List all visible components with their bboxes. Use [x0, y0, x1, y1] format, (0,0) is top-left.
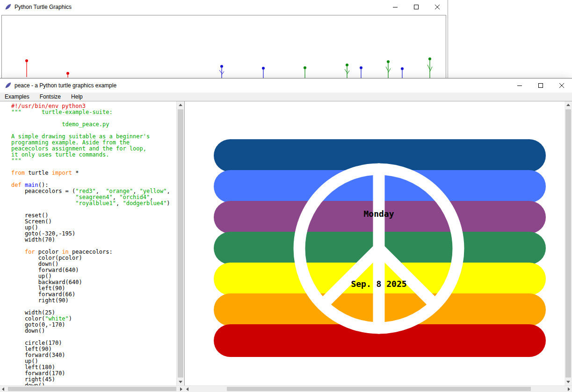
code-line: """ turtle-example-suite:: [11, 109, 176, 115]
tree-branch: [388, 68, 391, 72]
scroll-down-icon[interactable]: [566, 381, 570, 383]
scroll-down-icon[interactable]: [179, 381, 182, 383]
front-minimize-button[interactable]: [509, 78, 530, 93]
code-vscroll-thumb[interactable]: [178, 109, 183, 378]
menubar: Examples Fontsize Help: [0, 93, 572, 101]
canvas-horizontal-scrollbar[interactable]: [184, 385, 572, 392]
peace-canvas-svg: MondaySep. 8 2025: [185, 101, 565, 385]
front-maximize-button[interactable]: [530, 78, 551, 93]
tree-dot: [220, 65, 223, 68]
front-close-button[interactable]: [551, 78, 572, 93]
tree-dot: [346, 64, 348, 66]
code-hscroll-thumb[interactable]: [8, 387, 176, 391]
front-window-title: peace - a Python turtle graphics example: [14, 82, 116, 89]
code-line: width(70): [11, 237, 176, 243]
back-window-title: Python Turtle Graphics: [14, 4, 72, 10]
scroll-right-icon[interactable]: [568, 387, 570, 391]
scroll-up-icon[interactable]: [179, 104, 182, 106]
peace-canvas: MondaySep. 8 2025: [184, 101, 565, 385]
tree-branch: [219, 70, 222, 73]
turtle-app-icon: [4, 3, 12, 11]
canvas-vertical-scrollbar[interactable]: [565, 101, 572, 385]
tree-dot: [401, 67, 404, 70]
front-window-controls: [509, 78, 572, 93]
close-icon: [435, 5, 440, 9]
canvas-vscroll-thumb[interactable]: [565, 109, 571, 378]
code-line: "royalblue1", "dodgerblue4"): [11, 200, 176, 207]
code-line: down(): [11, 328, 176, 334]
tree-dot: [66, 72, 69, 75]
code-vertical-scrollbar[interactable]: [176, 101, 184, 385]
canvas-hscroll-thumb[interactable]: [227, 387, 531, 391]
maximize-icon: [538, 83, 543, 88]
back-minimize-button[interactable]: [384, 0, 405, 14]
menu-examples[interactable]: Examples: [0, 93, 35, 101]
window-content: #!/usr/bin/env python3""" turtle-example…: [0, 101, 572, 392]
tree-dot: [387, 60, 390, 63]
tree-branch: [347, 71, 349, 74]
tree-branch: [386, 67, 388, 71]
back-maximize-button[interactable]: [405, 0, 427, 14]
front-titlebar[interactable]: peace - a Python turtle graphics example: [0, 78, 572, 93]
scroll-left-icon[interactable]: [2, 387, 4, 391]
scroll-up-icon[interactable]: [566, 104, 570, 106]
tree-branch: [427, 65, 430, 70]
canvas-text: Monday: [363, 209, 394, 219]
maximize-icon: [414, 5, 419, 9]
back-close-button[interactable]: [427, 0, 448, 14]
code-line: """: [11, 158, 176, 164]
tree-dot: [25, 59, 28, 62]
code-lines: #!/usr/bin/env python3""" turtle-example…: [11, 103, 176, 385]
tree-dot: [304, 66, 306, 69]
code-editor[interactable]: #!/usr/bin/env python3""" turtle-example…: [0, 101, 176, 385]
code-line: it only uses turtle commands.: [11, 152, 176, 158]
canvas-text: Sep. 8 2025: [351, 279, 406, 289]
scroll-right-icon[interactable]: [180, 387, 182, 391]
scroll-left-icon[interactable]: [186, 387, 188, 391]
back-window-controls: [384, 0, 448, 14]
turtle-app-icon: [4, 82, 12, 89]
tree-dot: [262, 67, 265, 70]
tree-dot: [428, 57, 431, 60]
code-line: right(90): [11, 298, 176, 304]
code-line: tdemo_peace.py: [11, 121, 176, 128]
menu-help[interactable]: Help: [66, 93, 88, 101]
code-horizontal-scrollbar[interactable]: [0, 385, 184, 392]
tree-branch: [430, 67, 432, 72]
menu-fontsize[interactable]: Fontsize: [35, 93, 66, 101]
peace-example-window: peace - a Python turtle graphics example…: [0, 78, 572, 392]
tree-dot: [360, 66, 362, 69]
back-titlebar[interactable]: Python Turtle Graphics: [0, 0, 448, 14]
minimize-icon: [393, 5, 398, 9]
tree-branch: [345, 69, 347, 73]
minimize-icon: [517, 83, 522, 88]
tree-branch: [222, 71, 224, 75]
close-icon: [559, 83, 564, 88]
code-line: from turtle import *: [11, 170, 176, 176]
